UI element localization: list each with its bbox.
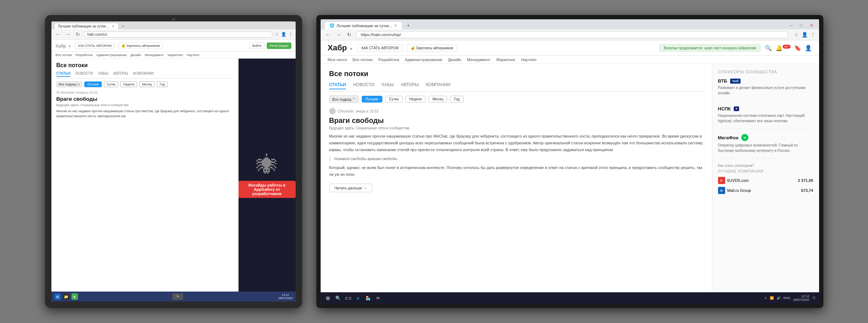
left-tab-companies[interactable]: КОМПАНИИ xyxy=(133,71,154,77)
left-nav-sci[interactable]: Научпоп xyxy=(187,53,199,57)
right-filter-week[interactable]: Неделя xyxy=(405,96,426,103)
right-url-bar[interactable]: https://habr.com/ru/top/ xyxy=(356,31,788,38)
left-tab-hubs[interactable]: ХАБЫ xyxy=(98,71,108,77)
right-main-content: Все потоки СТАТЬИ НОВОСТИ ХАБЫ АВТОРЫ КО… xyxy=(321,64,712,292)
right-search-icon[interactable]: 🔍 xyxy=(765,45,772,51)
left-back-btn[interactable]: ← xyxy=(54,31,62,38)
right-article-text2: Который, однако, не всем был понят в ист… xyxy=(329,164,703,178)
right-bookmark-icon[interactable]: 🔖 xyxy=(794,45,801,51)
left-taskbar-chrome-icon: ● xyxy=(73,295,75,299)
right-forward-btn[interactable]: → xyxy=(335,31,343,38)
left-tab-plus[interactable]: + xyxy=(120,24,126,29)
left-user-btn[interactable]: 👤 xyxy=(281,32,286,37)
right-how-to-btn[interactable]: КАК СТАТЬ АВТОРОМ xyxy=(357,44,402,52)
left-filter-year[interactable]: Год xyxy=(157,81,167,87)
right-nav-design[interactable]: Дизайн xyxy=(448,58,461,62)
right-mail-icon: ✉ xyxy=(376,296,380,300)
left-filter-week[interactable]: Неделя xyxy=(120,81,137,87)
right-tab-item[interactable]: 🌐 Лучшие публикации за сутки... ✕ xyxy=(324,21,403,29)
left-start-btn[interactable]: ⊞ xyxy=(54,293,61,300)
right-refresh-btn[interactable]: ↻ xyxy=(346,31,353,38)
right-taskview-btn[interactable]: ⊏⊐ xyxy=(344,294,352,302)
right-filter-best[interactable]: Лучшие xyxy=(362,96,382,103)
right-sponsor-mega-desc: Оператор цифровых возможностей. Главный … xyxy=(718,143,813,153)
left-tab-articles[interactable]: СТАТЬИ xyxy=(56,71,71,77)
left-nav-mkt[interactable]: Маркетинг xyxy=(167,53,183,57)
right-company1: R 6UVDS.com 2 371,00 xyxy=(718,177,813,184)
right-tab-articles[interactable]: СТАТЬИ xyxy=(329,82,346,89)
right-user-header-icon[interactable]: 👤 xyxy=(805,45,812,51)
left-nav-dev[interactable]: Разработка xyxy=(75,53,92,57)
right-filter-day[interactable]: Сутки xyxy=(385,96,403,103)
left-filter-month[interactable]: Месяц xyxy=(139,81,155,87)
right-nspk-logo: ✦ xyxy=(734,106,739,111)
right-screen: 🌐 Лучшие публикации за сутки... ✕ + ─ □ … xyxy=(321,19,819,304)
left-login-btn[interactable]: Войти xyxy=(249,43,265,49)
left-content-area: Все потоки СТАТЬИ НОВОСТИ ХАБЫ АВТОРЫ КО… xyxy=(51,59,296,292)
right-nav-feed[interactable]: Моя лента xyxy=(328,58,347,62)
right-close-btn[interactable]: ✕ xyxy=(808,22,816,29)
right-article-meta: Chronicler вчера в 19:33 xyxy=(329,108,703,114)
right-header-icons: 🔍 🔔40+ 🔖 👤 xyxy=(765,45,812,51)
right-tab-companies[interactable]: КОМПАНИИ xyxy=(426,82,451,89)
left-menu-btn[interactable]: ⋮ xyxy=(289,32,293,37)
right-company2-score: 673,74 xyxy=(801,188,813,193)
right-article-author[interactable]: Chronicler xyxy=(338,109,354,113)
left-register-btn[interactable]: Регистрация xyxy=(267,43,291,49)
left-filter-all[interactable]: Все подряд 33 xyxy=(56,81,82,87)
left-tab-authors[interactable]: АВТОРЫ xyxy=(113,71,128,77)
left-salary-btn[interactable]: 💰 Зарплаты айтишников xyxy=(118,43,163,49)
left-filter-best[interactable]: Лучшие xyxy=(84,81,101,87)
left-taskbar-icon1[interactable]: 📁 xyxy=(63,293,69,300)
right-edge-btn[interactable]: e xyxy=(354,294,362,302)
right-start-btn[interactable]: ⊞ xyxy=(324,294,332,302)
right-company1-name[interactable]: 6UVDS.com xyxy=(727,178,749,183)
right-store-btn[interactable]: 🏪 xyxy=(364,294,372,302)
right-star-icon[interactable]: ☆ xyxy=(794,32,799,38)
right-nav-admin[interactable]: Администрирование xyxy=(405,58,442,62)
left-forward-btn[interactable]: → xyxy=(64,31,72,38)
right-filter-year[interactable]: Год xyxy=(450,96,463,103)
right-main-layout: Все потоки СТАТЬИ НОВОСТИ ХАБЫ АВТОРЫ КО… xyxy=(321,64,819,292)
right-nav-sci[interactable]: Научпоп xyxy=(521,58,536,62)
right-tab-news[interactable]: НОВОСТИ xyxy=(353,82,374,89)
left-star-btn[interactable]: ☆ xyxy=(275,32,279,37)
right-salary-btn[interactable]: 💰 Зарплаты айтишников xyxy=(407,44,457,52)
left-tab-item[interactable]: Лучшие публикации за сутки... ✕ xyxy=(54,23,119,29)
right-user-icon[interactable]: 👤 xyxy=(802,32,808,38)
left-how-to-btn[interactable]: КАК СТАТЬ АВТОРОМ xyxy=(75,43,115,49)
right-tab-hubs[interactable]: ХАБЫ xyxy=(381,82,394,89)
right-sponsor-mega: МегаФон M Оператор цифровых возможностей… xyxy=(718,134,813,159)
left-nav-design[interactable]: Дизайн xyxy=(130,53,141,57)
right-sponsor-link[interactable]: Как стать спонсором? xyxy=(718,164,813,168)
right-back-btn[interactable]: ← xyxy=(324,31,332,38)
right-notif-icon[interactable]: 🔔40+ xyxy=(776,45,791,51)
right-nav-mgmt[interactable]: Менеджмент xyxy=(467,58,491,62)
right-nav-all[interactable]: Все потоки xyxy=(353,58,373,62)
left-filter-day[interactable]: Сутки xyxy=(104,81,118,87)
left-tab-news[interactable]: НОВОСТИ xyxy=(75,71,93,77)
left-taskbar-notification: ✎ xyxy=(172,293,183,300)
right-filter-all[interactable]: Все подряд 33 xyxy=(329,95,359,103)
right-tab-plus[interactable]: + xyxy=(404,22,412,29)
left-nav-mgmt[interactable]: Менеджмент xyxy=(145,53,164,57)
left-nav-all[interactable]: Все потоки xyxy=(56,53,72,57)
right-nav-dev[interactable]: Разработка xyxy=(378,58,399,62)
right-read-more-btn[interactable]: Читать дальше → xyxy=(329,184,373,192)
right-tab-authors[interactable]: АВТОРЫ xyxy=(401,82,419,89)
right-taskbar-notif-btn[interactable]: 🗨 xyxy=(812,296,816,300)
right-search-taskbar-btn[interactable]: 🔍 xyxy=(334,294,342,302)
left-refresh-btn[interactable]: ↻ xyxy=(74,31,81,38)
right-mail-btn[interactable]: ✉ xyxy=(374,294,382,302)
right-company2-name[interactable]: Mail.ru Group xyxy=(727,188,751,193)
right-filter-month[interactable]: Месяц xyxy=(428,96,447,103)
right-tab-close[interactable]: ✕ xyxy=(394,24,397,28)
right-minimize-btn[interactable]: ─ xyxy=(788,22,795,29)
right-article-tags: Будущее здесь: Социальные сети и сообщес… xyxy=(329,126,703,130)
right-maximize-btn[interactable]: □ xyxy=(798,22,804,29)
left-url-bar[interactable]: habr.com/ru/ xyxy=(84,31,273,38)
left-nav-admin[interactable]: Администрирование xyxy=(96,53,127,57)
left-taskbar-icon2[interactable]: ● xyxy=(71,293,78,300)
right-menu-icon[interactable]: ⋮ xyxy=(811,32,816,38)
right-nav-mkt[interactable]: Маркетинг xyxy=(496,58,515,62)
